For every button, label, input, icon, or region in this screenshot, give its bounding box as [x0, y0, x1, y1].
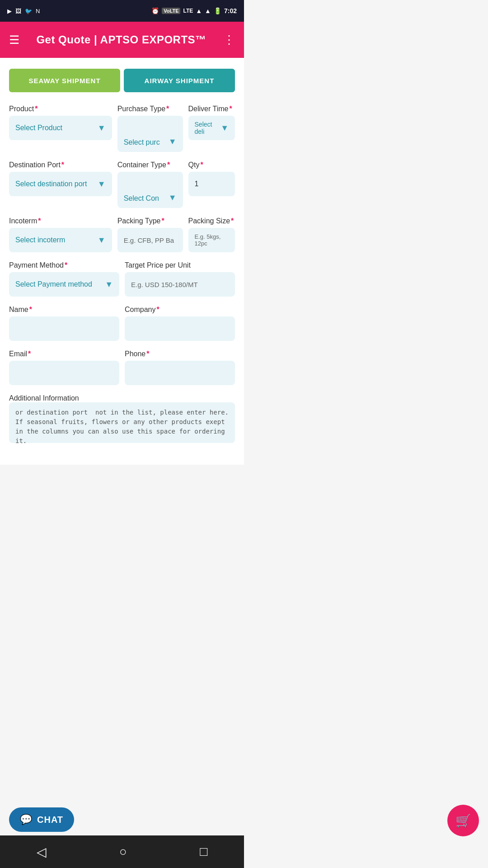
- purchase-type-label: Purchase Type*: [117, 105, 183, 113]
- battery-icon: 🔋: [214, 7, 221, 14]
- payment-method-label: Payment Method*: [9, 261, 119, 269]
- company-label: Company*: [125, 306, 235, 314]
- packing-type-label: Packing Type*: [117, 217, 183, 225]
- company-input[interactable]: [125, 316, 235, 341]
- shipment-tabs: SEAWAY SHIPMENT AIRWAY SHIPMENT: [9, 69, 235, 92]
- image-icon: 🖼: [15, 8, 21, 14]
- email-input[interactable]: [9, 361, 119, 385]
- qty-col: Qty* 1: [188, 161, 235, 208]
- purchase-type-select[interactable]: Select purc ▼: [117, 116, 183, 152]
- row-incoterm: Incoterm* Select incoterm ▼ Packing Type…: [9, 217, 235, 252]
- row-product: Product* Select Product ▼ Purchase Type*…: [9, 105, 235, 152]
- destination-port-col: Destination Port* Select destination por…: [9, 161, 112, 208]
- payment-method-text: Select Payment method: [15, 280, 92, 288]
- product-dropdown-arrow: ▼: [98, 123, 106, 133]
- name-input[interactable]: [9, 316, 119, 341]
- back-nav-icon[interactable]: ◁: [37, 844, 47, 859]
- target-price-col: Target Price per Unit E.g. USD 150-180/M…: [125, 261, 235, 297]
- row-payment: Payment Method* Select Payment method ▼ …: [9, 261, 235, 297]
- youtube-icon: ▶: [7, 8, 12, 14]
- product-select[interactable]: Select Product ▼: [9, 116, 112, 140]
- additional-info-label: Additional Information: [9, 394, 79, 402]
- payment-method-arrow: ▼: [105, 280, 113, 289]
- deliver-time-arrow: ▼: [221, 123, 229, 133]
- container-type-text: Select Con: [124, 194, 159, 203]
- purchase-type-select-text: Select purc: [124, 138, 160, 146]
- incoterm-label: Incoterm*: [9, 217, 112, 225]
- form-content: SEAWAY SHIPMENT AIRWAY SHIPMENT Product*…: [0, 58, 244, 465]
- signal-icon: ▲: [196, 7, 202, 14]
- time-display: 7:02: [224, 7, 237, 14]
- deliver-time-label: Deliver Time*: [188, 105, 235, 113]
- qty-label: Qty*: [188, 161, 235, 169]
- phone-col: Phone*: [125, 350, 235, 385]
- hamburger-menu-icon[interactable]: ☰: [9, 33, 19, 47]
- notification-icon: N: [36, 8, 40, 14]
- packing-size-col: Packing Size* E.g. 5kgs, 12pc: [188, 217, 235, 252]
- target-price-input[interactable]: E.g. USD 150-180/MT: [125, 272, 235, 297]
- product-select-text: Select Product: [15, 124, 62, 132]
- additional-info-section: Additional Information or destination po…: [9, 394, 235, 445]
- packing-type-input[interactable]: E.g. CFB, PP Ba: [117, 228, 183, 252]
- container-type-col: Container Type* Select Con ▼: [117, 161, 183, 208]
- payment-method-select[interactable]: Select Payment method ▼: [9, 272, 119, 297]
- volte-badge: VoLTE: [162, 8, 180, 14]
- more-options-icon[interactable]: ⋮: [223, 33, 235, 47]
- chat-button[interactable]: 💬 CHAT: [9, 807, 74, 832]
- phone-input[interactable]: [125, 361, 235, 385]
- packing-size-input[interactable]: E.g. 5kgs, 12pc: [188, 228, 235, 252]
- name-col: Name*: [9, 306, 119, 341]
- row-destination: Destination Port* Select destination por…: [9, 161, 235, 208]
- deliver-time-text: Select deli: [195, 121, 221, 135]
- home-nav-icon[interactable]: ○: [119, 844, 127, 859]
- chat-label: CHAT: [37, 815, 63, 825]
- container-type-label: Container Type*: [117, 161, 183, 169]
- target-price-placeholder: E.g. USD 150-180/MT: [131, 281, 198, 288]
- email-label: Email*: [9, 350, 119, 358]
- qty-value-text: 1: [195, 180, 199, 188]
- status-bar: ▶ 🖼 🐦 N ⏰ VoLTE LTE ▲ ▲ 🔋 7:02: [0, 0, 244, 22]
- purchase-type-col: Purchase Type* Select purc ▼: [117, 105, 183, 152]
- deliver-time-col: Deliver Time* Select deli ▼: [188, 105, 235, 152]
- row-name-company: Name* Company*: [9, 306, 235, 341]
- incoterm-text: Select incoterm: [15, 236, 65, 244]
- container-type-select[interactable]: Select Con ▼: [117, 172, 183, 208]
- twitter-icon: 🐦: [25, 8, 32, 14]
- alarm-icon: ⏰: [151, 7, 159, 14]
- company-col: Company*: [125, 306, 235, 341]
- incoterm-arrow: ▼: [98, 236, 106, 245]
- recents-nav-icon[interactable]: □: [200, 844, 207, 859]
- product-field-col: Product* Select Product ▼: [9, 105, 112, 152]
- destination-port-select[interactable]: Select destination port ▼: [9, 172, 112, 196]
- packing-size-label: Packing Size*: [188, 217, 235, 225]
- bottom-nav: ◁ ○ □: [0, 835, 244, 868]
- incoterm-select[interactable]: Select incoterm ▼: [9, 228, 112, 252]
- destination-port-text: Select destination port: [15, 180, 87, 188]
- status-icons-left: ▶ 🖼 🐦 N: [7, 8, 40, 14]
- chat-icon: 💬: [20, 814, 33, 826]
- deliver-time-select[interactable]: Select deli ▼: [188, 116, 235, 140]
- signal2-icon: ▲: [205, 7, 211, 14]
- qty-field[interactable]: 1: [188, 172, 235, 196]
- purchase-type-dropdown-arrow: ▼: [169, 137, 177, 146]
- additional-info-textarea[interactable]: or destination port not in the list, ple…: [9, 402, 235, 443]
- packing-type-placeholder: E.g. CFB, PP Ba: [124, 236, 174, 244]
- status-right: ⏰ VoLTE LTE ▲ ▲ 🔋 7:02: [151, 7, 237, 14]
- container-type-arrow: ▼: [169, 193, 177, 203]
- destination-port-label: Destination Port*: [9, 161, 112, 169]
- phone-label: Phone*: [125, 350, 235, 358]
- email-col: Email*: [9, 350, 119, 385]
- destination-port-arrow: ▼: [98, 179, 106, 189]
- product-label: Product*: [9, 105, 112, 113]
- seaway-tab[interactable]: SEAWAY SHIPMENT: [9, 69, 120, 92]
- incoterm-col: Incoterm* Select incoterm ▼: [9, 217, 112, 252]
- page-title: Get Quote | APTSO EXPORTS™: [36, 33, 206, 46]
- name-label: Name*: [9, 306, 119, 314]
- packing-type-col: Packing Type* E.g. CFB, PP Ba: [117, 217, 183, 252]
- row-email-phone: Email* Phone*: [9, 350, 235, 385]
- target-price-label: Target Price per Unit: [125, 261, 235, 269]
- airway-tab[interactable]: AIRWAY SHIPMENT: [124, 69, 235, 92]
- packing-size-placeholder: E.g. 5kgs, 12pc: [195, 233, 229, 247]
- lte-icon: LTE: [183, 8, 193, 14]
- top-bar: ☰ Get Quote | APTSO EXPORTS™ ⋮: [0, 22, 244, 58]
